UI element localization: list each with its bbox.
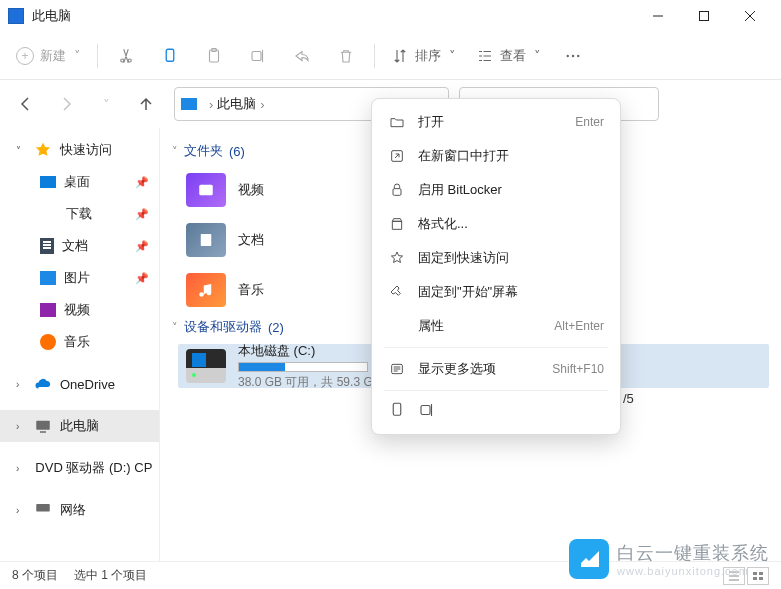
drive-name: 本地磁盘 (C:) [238,342,381,360]
view-button[interactable]: 查看 ˅ [468,38,549,74]
chevron-right-icon: › [16,505,26,516]
navigation-tree: ˅快速访问 桌面📌 下载📌 文档📌 图片📌 视频 音乐 ›OneDrive ›此… [0,128,160,561]
sidebar-onedrive[interactable]: ›OneDrive [0,368,159,400]
rename-icon[interactable] [418,401,436,422]
svg-rect-1 [700,12,709,21]
svg-rect-24 [759,577,763,580]
video-icon [40,303,56,317]
new-label: 新建 [40,47,66,65]
svg-rect-17 [393,189,401,196]
video-folder-icon [186,173,226,207]
drive-free: 38.0 GB 可用，共 59.3 GB [238,374,381,391]
network-icon [34,501,52,519]
minimize-button[interactable] [635,0,681,32]
view-icon [476,47,494,65]
chevron-down-icon: ˅ [534,48,541,63]
svg-rect-4 [166,49,174,61]
svg-rect-7 [252,51,261,60]
breadcrumb[interactable]: 此电脑 [217,95,256,113]
desktop-icon [40,176,56,188]
chevron-right-icon: › [16,463,19,474]
properties-icon [388,317,406,335]
format-icon [388,215,406,233]
music-icon [40,334,56,350]
maximize-button[interactable] [681,0,727,32]
sidebar-desktop[interactable]: 桌面📌 [0,166,159,198]
sort-icon [391,47,409,65]
more-options-icon [388,360,406,378]
app-icon [8,8,24,24]
ctx-format[interactable]: 格式化... [378,207,614,241]
sidebar-documents[interactable]: 文档📌 [0,230,159,262]
svg-point-10 [577,54,579,56]
view-details-button[interactable] [723,567,745,585]
chevron-right-icon: › [16,379,26,390]
context-menu: 打开Enter 在新窗口中打开 启用 BitLocker 格式化... 固定到快… [371,98,621,435]
window-title: 此电脑 [32,7,71,25]
svg-rect-22 [759,572,763,575]
sidebar-videos[interactable]: 视频 [0,294,159,326]
download-icon [40,205,58,223]
document-icon [40,238,54,254]
svg-rect-19 [393,403,401,415]
copy-icon[interactable] [388,401,406,422]
ctx-show-more[interactable]: 显示更多选项Shift+F10 [378,352,614,386]
svg-rect-20 [421,406,430,415]
ctx-open[interactable]: 打开Enter [378,105,614,139]
ctx-open-new-window[interactable]: 在新窗口中打开 [378,139,614,173]
paste-button[interactable] [194,38,234,74]
sidebar-music[interactable]: 音乐 [0,326,159,358]
forward-button[interactable] [48,86,84,122]
ctx-bitlocker[interactable]: 启用 BitLocker [378,173,614,207]
chevron-right-icon: › [260,97,264,112]
sidebar-thispc[interactable]: ›此电脑 [0,410,159,442]
capacity-bar [238,362,368,372]
pin-icon: 📌 [135,208,149,221]
up-button[interactable] [128,86,164,122]
svg-rect-23 [753,577,757,580]
pc-icon [181,98,197,110]
sidebar-pictures[interactable]: 图片📌 [0,262,159,294]
svg-point-8 [567,54,569,56]
chevron-down-icon: ˅ [449,48,456,63]
ctx-pin-quick[interactable]: 固定到快速访问 [378,241,614,275]
share-button[interactable] [282,38,322,74]
back-button[interactable] [8,86,44,122]
pin-icon: 📌 [135,176,149,189]
svg-rect-14 [199,185,213,196]
status-item-count: 8 个项目 [12,567,58,584]
sort-button[interactable]: 排序 ˅ [383,38,464,74]
ctx-pin-start[interactable]: 固定到"开始"屏幕 [378,275,614,309]
sidebar-dvd[interactable]: ›DVD 驱动器 (D:) CP [0,452,159,484]
svg-rect-13 [36,504,50,512]
truncated-text: /5 [623,391,634,406]
chevron-down-icon: ˅ [16,145,26,156]
svg-rect-11 [36,421,50,430]
chevron-down-icon: ˅ [172,145,178,158]
view-icons-button[interactable] [747,567,769,585]
new-button[interactable]: + 新建 ˅ [8,38,89,74]
sidebar-network[interactable]: ›网络 [0,494,159,526]
pc-icon [34,417,52,435]
pin-icon: 📌 [135,240,149,253]
rename-button[interactable] [238,38,278,74]
sidebar-quick-access[interactable]: ˅快速访问 [0,134,159,166]
star-outline-icon [388,249,406,267]
recent-dropdown[interactable]: ˅ [88,86,124,122]
new-window-icon [388,147,406,165]
disk-icon [186,349,226,383]
pin-icon: 📌 [135,272,149,285]
close-button[interactable] [727,0,773,32]
cut-button[interactable] [106,38,146,74]
ctx-properties[interactable]: 属性Alt+Enter [378,309,614,343]
delete-button[interactable] [326,38,366,74]
star-icon [34,141,52,159]
pin-icon [388,283,406,301]
svg-rect-12 [40,431,46,433]
svg-point-9 [572,54,574,56]
copy-button[interactable] [150,38,190,74]
sidebar-downloads[interactable]: 下载📌 [0,198,159,230]
chevron-down-icon: ˅ [172,321,178,334]
lock-icon [388,181,406,199]
more-button[interactable] [553,38,593,74]
